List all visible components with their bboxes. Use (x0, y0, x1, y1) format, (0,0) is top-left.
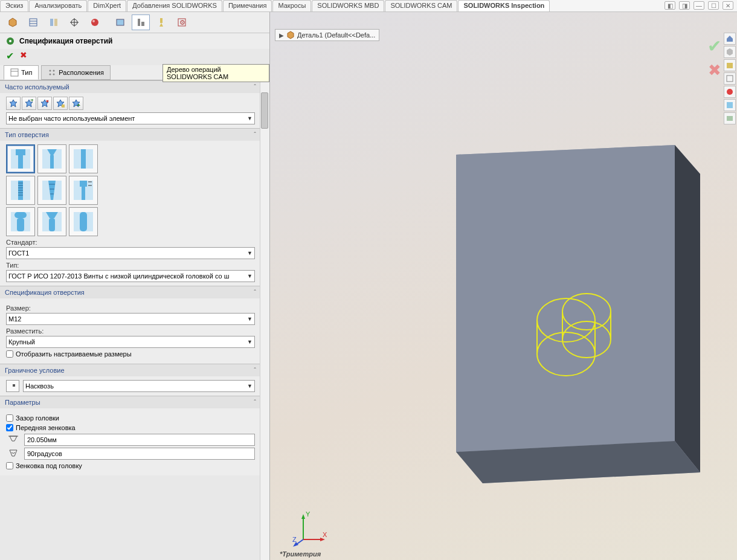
svg-rect-68 (82, 187, 85, 200)
svg-marker-98 (301, 514, 305, 519)
tab-dimxpert[interactable]: DimXpert (88, 0, 126, 11)
tab-notes[interactable]: Примечания (223, 0, 272, 11)
scroll-thumb[interactable] (261, 92, 268, 129)
svg-point-43 (53, 74, 55, 76)
head-clearance-check[interactable]: Зазор головки (6, 414, 255, 422)
fav-save-button[interactable] (53, 97, 68, 110)
custom-sizing-check[interactable]: Отобразить настраиваемые размеры (6, 350, 255, 358)
size-combo[interactable]: М12▼ (6, 313, 255, 325)
positions-tab-icon (48, 68, 56, 77)
command-manager-tabs: Эскиз Анализировать DimXpert Добавления … (0, 0, 737, 12)
hole-tap[interactable] (6, 176, 35, 205)
hole-counterbore-slot[interactable] (6, 207, 35, 236)
svg-point-42 (50, 74, 51, 76)
csk-angle-input[interactable] (24, 448, 255, 460)
svg-rect-56 (18, 155, 23, 169)
type-combo[interactable]: ГОСТ Р ИСО 1207-2013 Винты с низкой цили… (6, 270, 255, 282)
chevron-up-icon: ˆ (254, 289, 256, 296)
standard-combo[interactable]: ГОСТ1▼ (6, 247, 255, 259)
hole-slot[interactable] (69, 207, 98, 236)
svg-rect-76 (49, 218, 55, 231)
cam-tree-icon-4[interactable]: ⚙ (173, 14, 191, 30)
type-tab-icon (10, 68, 19, 77)
win-maximize[interactable]: ☐ (708, 1, 719, 10)
chevron-up-icon: ˆ (254, 131, 256, 138)
view-triad[interactable]: Y X Z (291, 510, 327, 547)
under-csk-check[interactable]: Зенковка под головку (6, 462, 255, 469)
scrollbar[interactable] (260, 80, 269, 560)
svg-rect-29 (117, 19, 124, 25)
svg-rect-22 (50, 19, 53, 26)
svg-rect-73 (17, 218, 24, 231)
fit-combo[interactable]: Крупный▼ (6, 336, 255, 348)
svg-marker-91 (675, 145, 700, 472)
hole-wizard-icon (5, 36, 16, 47)
hole-counterbore[interactable] (6, 144, 35, 173)
chevron-up-icon: ˆ (254, 367, 256, 374)
config-manager-icon[interactable] (45, 14, 63, 30)
chevron-up-icon: ˆ (254, 399, 256, 406)
cam-tree-icon-1[interactable] (111, 14, 129, 30)
window-controls: ◧ ◨ — ☐ ✕ (665, 1, 733, 10)
graphics-viewport[interactable]: ▶ Деталь1 (Default<<Defa... ✔ ✖ (270, 12, 737, 560)
cam-tree-icon-3[interactable] (152, 14, 170, 30)
size-label: Размер: (6, 304, 255, 312)
model-render (270, 18, 729, 550)
holespec-header[interactable]: Спецификация отверстияˆ (0, 286, 261, 298)
cam-tree-icon-2[interactable] (132, 14, 150, 30)
favorites-header[interactable]: Часто используемыйˆ (0, 81, 261, 93)
tab-cam[interactable]: SOLIDWORKS CAM (385, 0, 457, 11)
fav-add-button[interactable]: + (22, 97, 36, 110)
svg-text:Z: Z (292, 536, 297, 543)
svg-text:Y: Y (306, 510, 311, 518)
tab-inspection[interactable]: SOLIDWORKS Inspection (458, 0, 550, 11)
svg-point-28 (92, 20, 95, 22)
svg-rect-30 (138, 19, 140, 26)
near-csk-check[interactable]: Передняя зенковка (6, 424, 255, 431)
feature-tree-tabs: ⚙ (0, 12, 269, 33)
win-close[interactable]: ✕ (723, 1, 733, 10)
tab-analyze[interactable]: Анализировать (29, 0, 87, 11)
tab-sketch[interactable]: Эскиз (0, 0, 28, 11)
inner-tab-type[interactable]: Тип (4, 65, 39, 80)
standard-label: Стандарт: (6, 239, 255, 246)
accept-button[interactable]: ✔ (6, 50, 14, 62)
inner-tab-positions[interactable]: Расположения (41, 65, 111, 80)
svg-rect-78 (80, 212, 87, 231)
property-manager-icon[interactable] (24, 14, 42, 30)
svg-marker-33 (159, 23, 163, 27)
tab-addins[interactable]: Добавления SOLIDWORKS (127, 0, 222, 11)
svg-rect-32 (160, 18, 163, 23)
options-header[interactable]: Параметрыˆ (0, 396, 261, 408)
dimxpert-manager-icon[interactable] (65, 14, 83, 30)
svg-text:X: X (323, 531, 327, 538)
type-label: Тип: (6, 262, 255, 269)
pm-title-row: Спецификация отверстий (0, 33, 269, 49)
fav-delete-button[interactable] (37, 97, 52, 110)
hole-legacy[interactable] (69, 176, 98, 205)
holetype-header[interactable]: Тип отверстияˆ (0, 129, 261, 141)
cancel-button[interactable]: ✖ (20, 50, 27, 62)
win-btn-1[interactable]: ◧ (665, 1, 675, 10)
win-btn-2[interactable]: ◨ (679, 1, 690, 10)
svg-marker-52 (72, 100, 80, 107)
svg-rect-19 (30, 19, 37, 26)
fav-apply-button[interactable] (6, 97, 21, 110)
endcond-header[interactable]: Граничное условиеˆ (0, 364, 261, 376)
svg-marker-18 (9, 18, 16, 27)
hole-pipe-tap[interactable] (37, 176, 66, 205)
hole-simple[interactable] (69, 144, 98, 173)
reverse-direction-button[interactable] (6, 380, 19, 392)
csk-diameter-input[interactable] (24, 434, 255, 446)
endcond-combo[interactable]: Насквозь▼ (23, 380, 255, 392)
feature-tree-icon[interactable] (4, 14, 22, 30)
tab-mbd[interactable]: SOLIDWORKS MBD (312, 0, 384, 11)
favorites-combo[interactable]: Не выбран часто используемый элемент▼ (6, 112, 255, 124)
hole-countersink-slot[interactable] (37, 207, 66, 236)
display-manager-icon[interactable] (86, 14, 104, 30)
view-orientation-label: *Триметрия (280, 550, 321, 558)
win-minimize[interactable]: — (694, 1, 704, 10)
fav-load-button[interactable] (69, 97, 83, 110)
tab-macros[interactable]: Макросы (272, 0, 311, 11)
hole-countersink[interactable] (37, 144, 66, 173)
